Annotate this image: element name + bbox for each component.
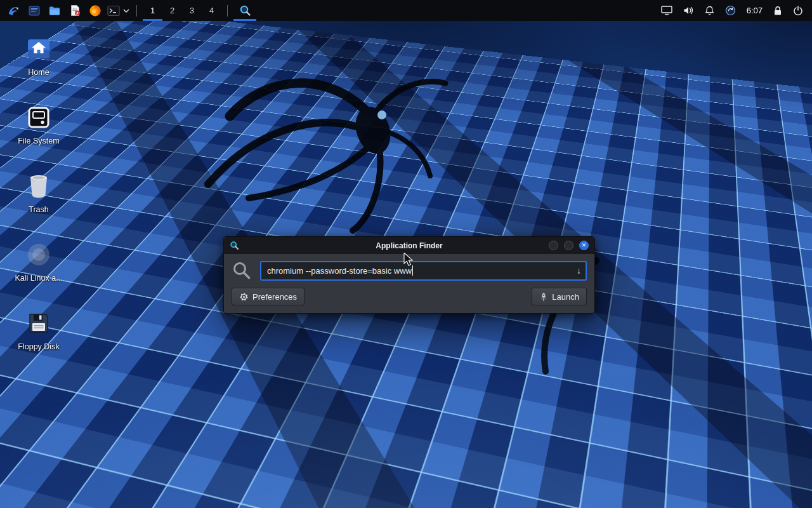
- logout-power-icon[interactable]: [793, 0, 803, 21]
- desktop-icon-label: Floppy Disk: [18, 342, 59, 351]
- search-icon: [232, 260, 252, 281]
- kali-dragon-logo: [159, 35, 488, 244]
- entry-dropdown-arrow-icon[interactable]: ↓: [577, 265, 581, 276]
- application-finder-task-icon: [239, 4, 251, 17]
- panel-separator: [227, 5, 228, 17]
- chevron-down-icon: [123, 9, 129, 13]
- launch-button-label: Launch: [552, 292, 579, 302]
- application-finder-window: Application Finder ✕ chromium --password…: [223, 236, 595, 314]
- terminal-dropdown-button[interactable]: [122, 0, 131, 21]
- workspace-3-label: 3: [190, 6, 194, 15]
- workspace-4-label: 4: [209, 6, 214, 15]
- window-title: Application Finder: [224, 241, 594, 250]
- home-folder-icon: [24, 34, 53, 64]
- desktop-icon-label: File System: [18, 137, 59, 145]
- finder-body: chromium --password-store=basic www ↓ Pr…: [224, 254, 594, 313]
- firefox-icon: [89, 4, 102, 17]
- workspace-2[interactable]: 2: [162, 0, 182, 21]
- trash-can-icon: [24, 171, 53, 201]
- panel-clock[interactable]: 6:07: [747, 6, 763, 15]
- display-settings-icon[interactable]: [661, 0, 672, 21]
- application-finder-app-icon: [230, 241, 239, 250]
- top-panel: 1 2 3 4: [0, 0, 812, 21]
- minimize-button[interactable]: [549, 241, 558, 250]
- folder-icon: [48, 4, 61, 17]
- lock-screen-icon[interactable]: [773, 0, 782, 21]
- panel-separator: [136, 5, 137, 17]
- panel-launcher-terminal[interactable]: [105, 0, 122, 21]
- close-icon: ✕: [582, 243, 587, 248]
- panel-launcher-file-manager[interactable]: [24, 0, 44, 21]
- clock-text: 6:07: [747, 6, 763, 15]
- workspace-2-label: 2: [170, 6, 174, 15]
- kali-logo-icon: [7, 4, 21, 18]
- desktop-icon-label: Home: [28, 68, 49, 77]
- kali-linux-dimmed-icon: [24, 240, 53, 269]
- notifications-bell-icon[interactable]: [705, 0, 714, 21]
- desktop-icon-file-system[interactable]: File System: [6, 103, 71, 145]
- taskbar-application-finder[interactable]: [233, 0, 256, 21]
- desktop-icon-label: Kali Linux a...: [15, 274, 62, 283]
- panel-tray: 6:07: [661, 0, 808, 21]
- desktop-icon-trash[interactable]: Trash: [6, 171, 71, 214]
- titlebar[interactable]: Application Finder ✕: [224, 237, 594, 254]
- desktop-icon-label: Trash: [29, 205, 49, 214]
- desktop-icon-home[interactable]: Home: [6, 34, 71, 77]
- panel-launcher-files[interactable]: [44, 0, 65, 21]
- command-input[interactable]: chromium --password-store=basic www ↓: [260, 261, 587, 281]
- workspace-3[interactable]: 3: [182, 0, 202, 21]
- software-update-icon[interactable]: [725, 0, 736, 21]
- desktop-icon-floppy-disk[interactable]: Floppy Disk: [6, 309, 71, 351]
- floppy-disk-icon: [24, 309, 53, 338]
- panel-left: 1 2 3 4: [4, 0, 256, 21]
- gear-icon: [239, 292, 249, 302]
- text-editor-icon: [69, 4, 81, 17]
- panel-launcher-firefox[interactable]: [85, 0, 105, 21]
- file-manager-icon: [28, 4, 41, 17]
- window-buttons: ✕: [549, 241, 589, 250]
- search-row: chromium --password-store=basic www ↓: [232, 260, 587, 281]
- workspace-1[interactable]: 1: [143, 0, 162, 21]
- launch-button[interactable]: Launch: [532, 288, 587, 305]
- launch-rocket-icon: [539, 292, 548, 302]
- terminal-icon: [107, 5, 120, 17]
- close-button[interactable]: ✕: [579, 241, 589, 250]
- workspace-4[interactable]: 4: [202, 0, 221, 21]
- volume-icon[interactable]: [683, 0, 694, 21]
- panel-launcher-text-editor[interactable]: [65, 0, 85, 21]
- text-caret: [412, 265, 413, 276]
- preferences-button-label: Preferences: [252, 292, 297, 302]
- file-system-drive-icon: [24, 103, 53, 132]
- kali-menu-button[interactable]: [4, 0, 24, 21]
- button-row: Preferences Launch: [232, 288, 587, 305]
- maximize-button[interactable]: [564, 241, 573, 250]
- desktop-icon-column: Home File System Trash: [6, 34, 71, 351]
- desktop: 1 2 3 4: [0, 0, 812, 508]
- desktop-icon-kali-linux[interactable]: Kali Linux a...: [6, 240, 71, 283]
- command-input-text: chromium --password-store=basic www: [267, 266, 412, 276]
- workspace-1-label: 1: [150, 6, 155, 15]
- preferences-button[interactable]: Preferences: [232, 288, 304, 305]
